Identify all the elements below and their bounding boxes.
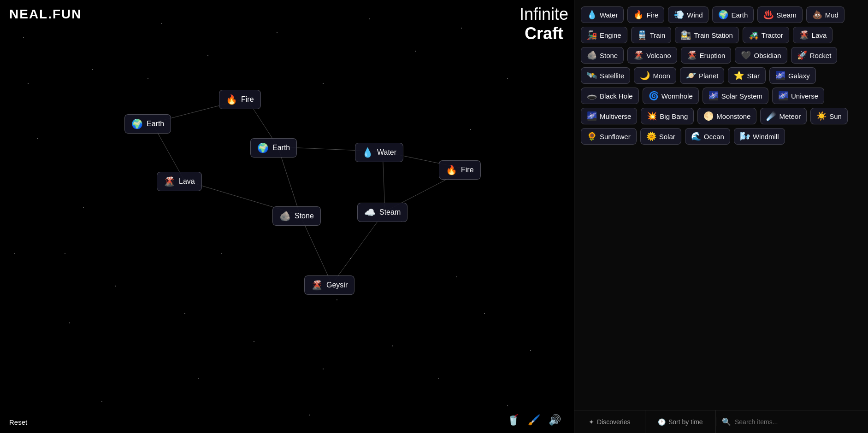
sidebar-item-moon[interactable]: 🌙Moon (634, 67, 676, 84)
sidebar-item-sun[interactable]: ☀️Sun (810, 108, 848, 124)
sidebar-item-emoji-5: 💩 (812, 10, 822, 20)
sidebar-item-emoji-16: 🛰️ (587, 70, 597, 81)
sidebar-item-satellite[interactable]: 🛰️Satellite (581, 67, 630, 84)
node-label-water1: Water (377, 148, 396, 157)
sidebar-item-tractor[interactable]: 🚜Tractor (743, 27, 789, 43)
sidebar-item-label-31: Solar (659, 133, 675, 140)
sidebar-item-emoji-13: 🌋 (687, 50, 697, 60)
sidebar-item-emoji-23: 🌌 (709, 91, 719, 101)
sidebar-item-universe[interactable]: 🌌Universe (772, 88, 824, 104)
sidebar: 💧Water🔥Fire💨Wind🌍Earth♨️Steam💩Mud🚂Engine… (574, 0, 868, 433)
node-emoji-water1: 💧 (362, 147, 373, 158)
node-label-lava1: Lava (179, 177, 195, 186)
node-fire2[interactable]: 🔥Fire (439, 160, 481, 180)
sidebar-item-label-18: Planet (699, 72, 719, 80)
bottom-left-controls: Reset (9, 418, 27, 426)
sound-icon[interactable]: 🔊 (549, 414, 561, 426)
sidebar-item-emoji-12: 🌋 (633, 50, 644, 60)
sidebar-item-label-14: Obsidian (754, 52, 781, 59)
brush-icon[interactable]: 🖌️ (528, 414, 540, 426)
node-lava1[interactable]: 🌋Lava (157, 172, 202, 191)
reset-button[interactable]: Reset (9, 418, 27, 426)
node-label-earth2: Earth (272, 144, 290, 152)
sidebar-item-ocean[interactable]: 🌊Ocean (685, 128, 730, 145)
cup-icon[interactable]: 🥤 (507, 414, 520, 426)
sidebar-item-multiverse[interactable]: 🌌Multiverse (581, 108, 637, 124)
sidebar-item-emoji-33: 🌬️ (740, 131, 750, 141)
sidebar-item-label-28: Meteor (779, 112, 801, 120)
sidebar-item-label-10: Lava (812, 31, 827, 39)
sidebar-item-label-25: Multiverse (600, 112, 631, 120)
title-infinite: Infinite (520, 5, 568, 24)
sidebar-item-meteor[interactable]: ☄️Meteor (760, 108, 807, 124)
sidebar-item-steam[interactable]: ♨️Steam (757, 6, 802, 23)
node-steam1[interactable]: ☁️Steam (357, 203, 407, 222)
sidebar-item-solar[interactable]: 🌞Solar (640, 128, 681, 145)
sidebar-item-rocket[interactable]: 🚀Rocket (791, 47, 838, 64)
sort-tab[interactable]: 🕐 Sort by time (645, 410, 716, 433)
sidebar-item-emoji-27: 🌕 (703, 111, 714, 121)
sidebar-item-moonstone[interactable]: 🌕Moonstone (697, 108, 756, 124)
sidebar-item-solar-system[interactable]: 🌌Solar System (703, 88, 768, 104)
sidebar-item-emoji-29: ☀️ (816, 111, 827, 121)
craft-canvas[interactable]: 🔥Fire🌍Earth🌍Earth💧Water🔥Fire🌋Lava🪨Stone☁… (0, 0, 574, 433)
node-water1[interactable]: 💧Water (355, 143, 403, 162)
discoveries-icon: ✦ (589, 418, 594, 426)
sidebar-item-label-15: Rocket (810, 52, 832, 59)
sidebar-item-star[interactable]: ⭐Star (728, 67, 766, 84)
sidebar-item-emoji-20: 🌌 (775, 70, 785, 81)
sidebar-item-windmill[interactable]: 🌬️Windmill (734, 128, 785, 145)
sidebar-item-label-9: Tractor (762, 31, 783, 39)
sidebar-item-label-4: Steam (776, 11, 796, 19)
discoveries-tab[interactable]: ✦ Discoveries (574, 410, 645, 433)
sidebar-item-emoji-10: 🌋 (799, 30, 809, 40)
sidebar-item-emoji-11: 🪨 (587, 50, 597, 60)
sidebar-item-wormhole[interactable]: 🌀Wormhole (643, 88, 699, 104)
sidebar-item-emoji-26: 💥 (647, 111, 657, 121)
sidebar-item-emoji-31: 🌞 (646, 131, 656, 141)
node-earth2[interactable]: 🌍Earth (250, 138, 297, 158)
sidebar-item-emoji-9: 🚜 (749, 30, 759, 40)
game-title-area: Infinite Craft (520, 5, 568, 43)
sidebar-item-emoji-14: 🖤 (741, 50, 751, 60)
sidebar-item-obsidian[interactable]: 🖤Obsidian (735, 47, 787, 64)
sidebar-item-eruption[interactable]: 🌋Eruption (681, 47, 732, 64)
sidebar-item-lava[interactable]: 🌋Lava (793, 27, 833, 43)
sidebar-items-list: 💧Water🔥Fire💨Wind🌍Earth♨️Steam💩Mud🚂Engine… (574, 0, 868, 410)
sidebar-item-label-27: Moonstone (716, 112, 750, 120)
node-emoji-fire2: 🔥 (446, 164, 457, 176)
sidebar-item-big-bang[interactable]: 💥Big Bang (641, 108, 694, 124)
node-fire1[interactable]: 🔥Fire (219, 90, 261, 109)
sidebar-item-label-19: Star (747, 72, 760, 80)
sidebar-item-label-3: Earth (731, 11, 748, 19)
sidebar-item-earth[interactable]: 🌍Earth (712, 6, 754, 23)
node-emoji-geysir1: 🌋 (311, 280, 323, 291)
sidebar-item-galaxy[interactable]: 🌌Galaxy (769, 67, 816, 84)
sidebar-item-sunflower[interactable]: 🌻Sunflower (581, 128, 637, 145)
sidebar-item-stone[interactable]: 🪨Stone (581, 47, 624, 64)
sidebar-item-emoji-3: 🌍 (718, 10, 728, 20)
node-earth1[interactable]: 🌍Earth (124, 114, 171, 134)
node-label-geysir1: Geysir (326, 281, 348, 289)
sidebar-item-label-21: Black Hole (600, 92, 633, 100)
sidebar-item-wind[interactable]: 💨Wind (668, 6, 709, 23)
node-stone1[interactable]: 🪨Stone (272, 206, 321, 226)
sidebar-item-mud[interactable]: 💩Mud (806, 6, 844, 23)
sidebar-item-water[interactable]: 💧Water (581, 6, 624, 23)
sidebar-item-engine[interactable]: 🚂Engine (581, 27, 627, 43)
sidebar-item-label-2: Wind (687, 11, 703, 19)
sidebar-item-black-hole[interactable]: 🕳️Black Hole (581, 88, 639, 104)
sidebar-item-emoji-25: 🌌 (587, 111, 597, 121)
search-input[interactable] (735, 418, 862, 426)
sidebar-item-label-0: Water (600, 11, 618, 19)
sidebar-item-fire[interactable]: 🔥Fire (627, 6, 664, 23)
sidebar-item-volcano[interactable]: 🌋Volcano (627, 47, 677, 64)
sidebar-item-label-24: Universe (791, 92, 818, 100)
sidebar-item-train-station[interactable]: 🚉Train Station (675, 27, 739, 43)
sidebar-item-label-30: Sunflower (600, 133, 631, 140)
logo: NEAL.FUN (9, 7, 82, 22)
sidebar-item-planet[interactable]: 🪐Planet (680, 67, 725, 84)
node-label-fire2: Fire (461, 166, 474, 174)
sidebar-item-train[interactable]: 🚆Train (631, 27, 672, 43)
node-geysir1[interactable]: 🌋Geysir (304, 275, 354, 295)
